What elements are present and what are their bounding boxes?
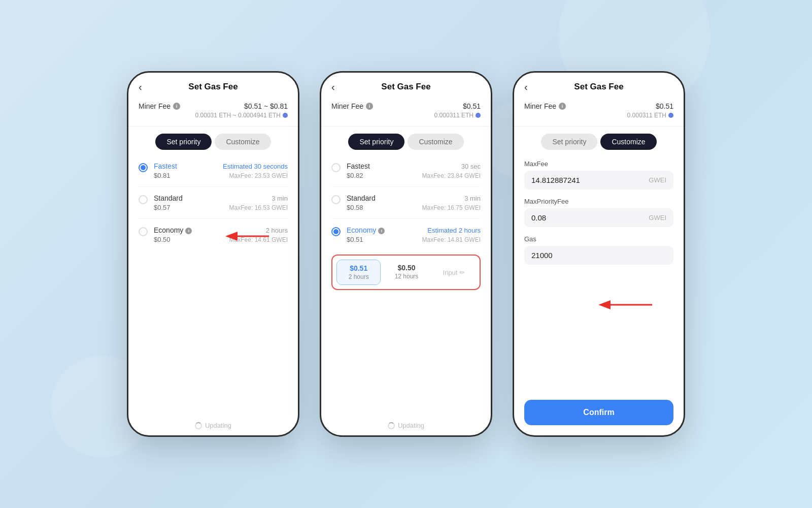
phone3-title: Set Gas Fee	[574, 82, 623, 92]
phone3-maxpriority-value[interactable]: 0.08	[531, 213, 649, 222]
phone2-back-button[interactable]: ‹	[331, 82, 335, 92]
phone3-tabs: Set priority Customize	[514, 126, 684, 155]
phone2-tab-priority[interactable]: Set priority	[348, 134, 404, 150]
phone1-name-standard: Standard	[154, 194, 183, 202]
phone2-title: Set Gas Fee	[381, 82, 430, 92]
phone2-radio-fastest[interactable]	[331, 163, 341, 172]
phone3-tab-priority[interactable]: Set priority	[541, 134, 597, 150]
phone1-time-standard: 3 min	[272, 195, 288, 202]
phone1-name-fastest: Fastest	[154, 162, 177, 170]
phone3-tab-customize[interactable]: Customize	[600, 134, 656, 150]
phone2-tab-customize[interactable]: Customize	[408, 134, 463, 150]
phone2-item-fastest[interactable]: Fastest 30 sec $0.82 MaxFee: 23.84 GWEI	[331, 155, 481, 187]
phone1-maxfee-economy: MaxFee: 14.61 GWEI	[229, 236, 288, 243]
phone1-item-economy[interactable]: Economy i 2 hours $0.50 MaxFee: 14.61 GW…	[139, 219, 288, 250]
phone1-miner-fee-label: Miner Fee i	[139, 102, 180, 110]
phone2-name-standard: Standard	[347, 194, 376, 202]
phone1-tabs: Set priority Customize	[128, 126, 298, 155]
phone-2: ‹ Set Gas Fee Miner Fee i $0.51 0.000311…	[320, 71, 492, 437]
phone3-miner-fee-value: $0.51	[656, 102, 673, 110]
phone1-content-standard: Standard 3 min $0.57 MaxFee: 16.53 GWEI	[154, 194, 288, 211]
phone3-miner-fee-eth: 0.000311 ETH	[524, 112, 673, 119]
phone1-title: Set Gas Fee	[188, 82, 238, 92]
phone1-miner-fee-section: Miner Fee i $0.51 ~ $0.81 0.00031 ETH ~ …	[128, 97, 298, 126]
phone3-maxfee-group: MaxFee 14.812887241 GWEI	[524, 160, 673, 189]
phone3-back-button[interactable]: ‹	[524, 82, 528, 92]
phone2-eco-option-input[interactable]: Input ✏	[432, 260, 476, 285]
phone1-radio-fastest[interactable]	[139, 163, 148, 172]
phone3-maxpriority-group: MaxPriorityFee 0.08 GWEI	[524, 198, 673, 227]
phone2-maxfee-economy: MaxFee: 14.81 GWEI	[422, 236, 481, 243]
phone2-maxfee-standard: MaxFee: 16.75 GWEI	[422, 204, 481, 211]
phone2-radio-economy[interactable]	[331, 227, 341, 236]
phone1-content-fastest: Fastest Estimated 30 seconds $0.81 MaxFe…	[154, 162, 288, 179]
phone2-economy-options: $0.51 2 hours $0.50 12 hours Input ✏	[331, 255, 481, 290]
phone2-time-economy: Estimated 2 hours	[427, 227, 481, 234]
phone2-price-standard: $0.58	[347, 204, 363, 211]
phone2-updating: Updating	[321, 416, 491, 435]
phone2-tabs: Set priority Customize	[321, 126, 491, 155]
phone1-tab-priority[interactable]: Set priority	[155, 134, 212, 150]
phone2-priority-list: Fastest 30 sec $0.82 MaxFee: 23.84 GWEI	[321, 155, 491, 416]
phone2-miner-fee-label: Miner Fee i	[331, 102, 373, 110]
phone3-gas-value[interactable]: 21000	[531, 251, 666, 260]
phone2-eco-option-1[interactable]: $0.51 2 hours	[336, 260, 381, 285]
phone1-price-economy: $0.50	[154, 236, 171, 243]
phone3-confirm-button[interactable]: Confirm	[524, 400, 673, 425]
phone3-miner-fee-label: Miner Fee i	[524, 102, 566, 110]
phone3-gas-label: Gas	[524, 235, 673, 243]
phone2-miner-fee-section: Miner Fee i $0.51 0.000311 ETH	[321, 97, 491, 126]
phone2-price-economy: $0.51	[347, 236, 363, 243]
phone3-customize-panel: MaxFee 14.812887241 GWEI MaxPriorityFee …	[514, 155, 684, 395]
phone2-eco-duration-2: 12 hours	[388, 273, 425, 280]
phone3-miner-fee-info-icon[interactable]: i	[559, 103, 566, 110]
phone1-eth-icon	[283, 113, 288, 118]
phone1-tab-customize[interactable]: Customize	[215, 134, 270, 150]
phone2-eco-duration-1: 2 hours	[340, 273, 377, 280]
phone1-radio-economy[interactable]	[139, 227, 148, 236]
phone2-maxfee-fastest: MaxFee: 23.84 GWEI	[422, 172, 481, 179]
phone2-name-fastest: Fastest	[347, 162, 370, 170]
phone1-back-button[interactable]: ‹	[139, 82, 142, 92]
phone1-content-economy: Economy i 2 hours $0.50 MaxFee: 14.61 GW…	[154, 226, 288, 243]
phone3-gas-input-row[interactable]: 21000	[524, 246, 673, 265]
phone3-maxpriority-unit: GWEI	[649, 214, 666, 221]
phone2-miner-fee-eth: 0.000311 ETH	[331, 112, 481, 119]
phone2-time-standard: 3 min	[464, 195, 481, 202]
phone2-name-economy: Economy i	[347, 226, 385, 234]
phone2-price-fastest: $0.82	[347, 172, 363, 179]
phone2-eco-price-2: $0.50	[388, 264, 425, 272]
phone1-maxfee-standard: MaxFee: 16.53 GWEI	[229, 204, 288, 211]
phone1-time-economy: 2 hours	[266, 227, 288, 234]
phone1-name-economy: Economy i	[154, 226, 192, 234]
phone1-item-standard[interactable]: Standard 3 min $0.57 MaxFee: 16.53 GWEI	[139, 187, 288, 219]
phone1-spinner	[195, 422, 202, 429]
phone3-maxfee-unit: GWEI	[649, 176, 666, 184]
phone2-item-standard[interactable]: Standard 3 min $0.58 MaxFee: 16.75 GWEI	[331, 187, 481, 219]
phone2-miner-fee-info-icon[interactable]: i	[366, 103, 373, 110]
phone1-price-fastest: $0.81	[154, 172, 171, 179]
phone1-header: ‹ Set Gas Fee	[128, 73, 298, 97]
phone2-eco-price-1: $0.51	[340, 264, 377, 272]
phone2-miner-fee-value: $0.51	[463, 102, 481, 110]
phone2-item-economy[interactable]: Economy i Estimated 2 hours $0.51 MaxFee…	[331, 219, 481, 297]
phone3-gas-group: Gas 21000	[524, 235, 673, 265]
phone3-maxfee-input-row[interactable]: 14.812887241 GWEI	[524, 171, 673, 189]
phone3-header: ‹ Set Gas Fee	[514, 73, 684, 97]
phone1-miner-fee-info-icon[interactable]: i	[173, 103, 180, 110]
phone-3: ‹ Set Gas Fee Miner Fee i $0.51 0.000311…	[513, 71, 685, 437]
phone2-eco-option-2[interactable]: $0.50 12 hours	[385, 260, 428, 285]
phone2-radio-inner-economy	[333, 229, 339, 234]
phone2-content-standard: Standard 3 min $0.58 MaxFee: 16.75 GWEI	[347, 194, 481, 211]
phone1-maxfee-fastest: MaxFee: 23.53 GWEI	[229, 172, 288, 179]
phone2-spinner	[388, 422, 395, 429]
phone3-maxfee-value[interactable]: 14.812887241	[531, 176, 649, 184]
phone1-item-fastest[interactable]: Fastest Estimated 30 seconds $0.81 MaxFe…	[139, 155, 288, 187]
phone1-time-fastest: Estimated 30 seconds	[223, 163, 288, 170]
phone-1: ‹ Set Gas Fee Miner Fee i $0.51 ~ $0.81 …	[127, 71, 299, 437]
phone3-maxpriority-input-row[interactable]: 0.08 GWEI	[524, 208, 673, 227]
phone2-radio-standard[interactable]	[331, 195, 341, 204]
phone3-maxfee-label: MaxFee	[524, 160, 673, 168]
phone1-radio-standard[interactable]	[139, 195, 148, 204]
phone1-priority-list: Fastest Estimated 30 seconds $0.81 MaxFe…	[128, 155, 298, 416]
